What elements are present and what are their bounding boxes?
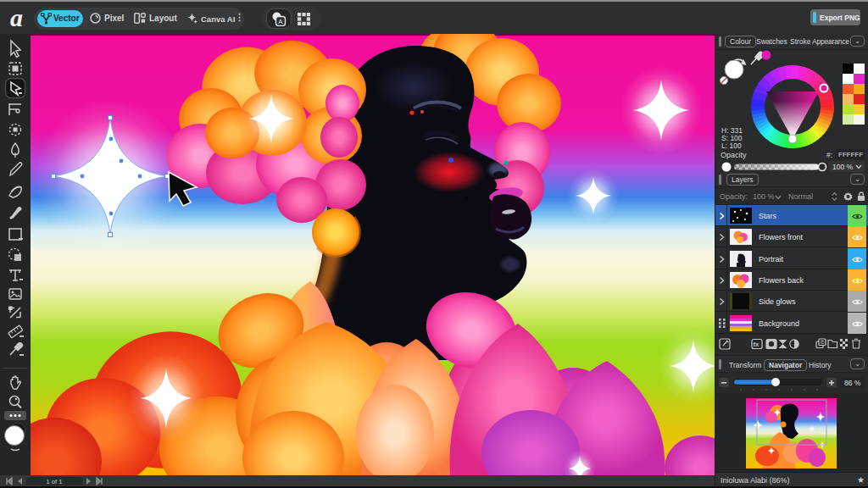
svg-text:FFFFFF: FFFFFF: [838, 151, 863, 158]
svg-text:86 %: 86 %: [844, 379, 861, 387]
svg-text:#:: #:: [826, 151, 832, 159]
svg-text:A: A: [278, 18, 283, 25]
svg-text:Opacity: Opacity: [721, 151, 747, 159]
svg-text:L: 100: L: 100: [721, 141, 742, 150]
svg-text:100 %: 100 %: [832, 163, 854, 171]
svg-text:fx: fx: [754, 341, 760, 348]
svg-text:1 of 1: 1 of 1: [47, 478, 63, 485]
